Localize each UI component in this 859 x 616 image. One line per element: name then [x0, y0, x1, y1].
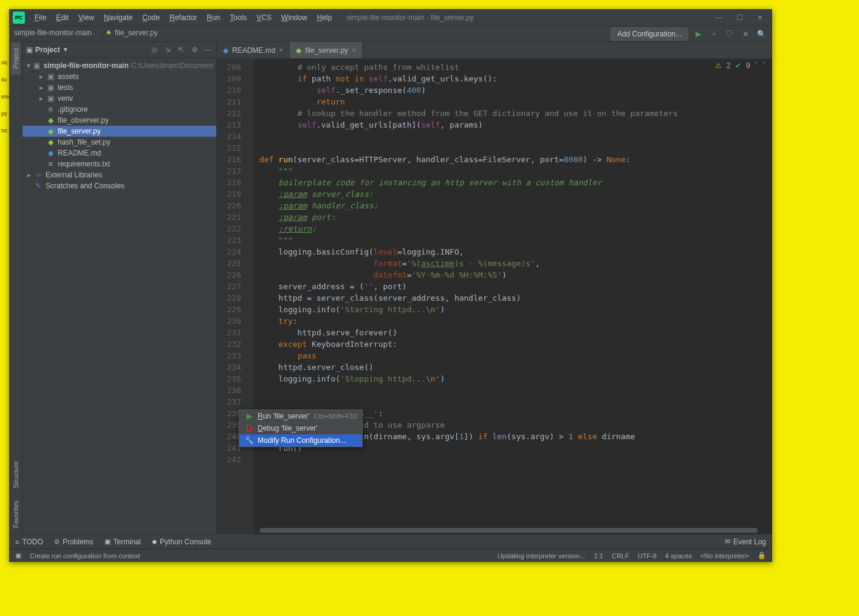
menu-window[interactable]: Window: [276, 11, 312, 24]
terminal-icon: ▣: [104, 538, 111, 546]
project-scope-arrow-icon[interactable]: ▼: [63, 46, 69, 53]
tree-item-label: venv: [58, 94, 73, 103]
modify-run-config-item[interactable]: 🔧 Modify Run Configuration...: [239, 434, 362, 447]
fold-gutter: [246, 59, 253, 534]
menu-view[interactable]: View: [74, 11, 99, 24]
code-area[interactable]: # only accept paths from whitelist if pa…: [253, 59, 772, 534]
menu-code[interactable]: Code: [137, 11, 165, 24]
debug-item-label: Debug 'file_server': [258, 424, 318, 433]
expand-icon[interactable]: ▾: [25, 61, 32, 70]
tree-root[interactable]: ▾ ▣ simple-file-monitor-main C:\Users\br…: [22, 60, 216, 71]
close-tab-icon[interactable]: ×: [352, 46, 356, 55]
py-icon: ◆: [46, 116, 55, 125]
folder-icon: ▣: [46, 83, 55, 92]
terminal-tab[interactable]: ▣Terminal: [104, 538, 141, 546]
wrench-icon: 🔧: [244, 436, 254, 445]
debug-file-server-item[interactable]: 🐞 Debug 'file_server': [239, 422, 362, 434]
structure-tool-tab[interactable]: Structure: [11, 455, 21, 495]
expand-icon[interactable]: ▸: [25, 171, 33, 179]
folder-icon: ▣: [46, 94, 55, 103]
tree-item-venv[interactable]: ▸▣venv: [22, 93, 216, 104]
menu-edit[interactable]: Edit: [51, 11, 74, 24]
tree-item-hash_file_set-py[interactable]: ◆hash_file_set.py: [22, 137, 216, 148]
menu-tools[interactable]: Tools: [225, 11, 252, 24]
project-tree[interactable]: ▾ ▣ simple-file-monitor-main C:\Users\br…: [22, 58, 216, 534]
tree-root-path: C:\Users\bram\Documents\s: [131, 61, 213, 70]
horizontal-scrollbar[interactable]: [259, 528, 764, 534]
project-panel-title: Project: [35, 46, 60, 54]
editor-tab-README-md[interactable]: ◆README.md×: [217, 42, 290, 58]
debug-icon[interactable]: ⌖: [708, 28, 720, 40]
project-tool-tab[interactable]: Project: [11, 42, 21, 75]
stop-icon[interactable]: ■: [739, 28, 751, 40]
tree-item-label: tests: [58, 83, 73, 92]
coverage-icon[interactable]: ⛉: [724, 28, 736, 40]
status-interpreter[interactable]: <No interpreter>: [700, 552, 749, 560]
settings-gear-icon[interactable]: ⚙: [190, 46, 199, 54]
favorites-tool-tab[interactable]: Favorites: [11, 495, 21, 534]
scratches-icon: ✎: [33, 182, 43, 190]
breadcrumb-project[interactable]: simple-file-monitor-main: [14, 29, 92, 39]
tree-item-assets[interactable]: ▸▣assets: [22, 71, 216, 82]
tree-item-tests[interactable]: ▸▣tests: [22, 82, 216, 93]
python-console-tab[interactable]: ◆Python Console: [152, 538, 211, 546]
ide-body: Project Structure Favorites ▣ Project ▼ …: [9, 42, 772, 534]
tree-item-file_observer-py[interactable]: ◆file_observer.py: [22, 115, 216, 126]
run-context-menu: ▶ Run 'file_server' Ctrl+Shift+F10 🐞 Deb…: [239, 409, 363, 447]
breadcrumb[interactable]: simple-file-monitor-main 〉 ◆ file_server…: [14, 29, 158, 39]
todo-tab[interactable]: ≡TODO: [15, 538, 43, 546]
menu-refactor[interactable]: Refactor: [165, 11, 202, 24]
close-tab-icon[interactable]: ×: [279, 46, 283, 55]
status-tip: Create run configuration from context: [30, 552, 140, 560]
terminal-label: Terminal: [114, 538, 141, 546]
select-opened-file-icon[interactable]: ◎: [149, 46, 159, 54]
expand-icon[interactable]: ▸: [37, 94, 46, 103]
tree-item--gitignore[interactable]: ≡.gitignore: [22, 104, 216, 115]
menu-navigate[interactable]: Navigate: [99, 11, 137, 24]
menu-run[interactable]: Run: [202, 11, 225, 24]
status-pad-icon[interactable]: 🔒: [758, 552, 766, 560]
external-libraries-label: External Libraries: [46, 171, 102, 179]
editor-viewport[interactable]: 208 209 210 211 212 213 214 215 216 217 …: [217, 59, 772, 534]
minimize-icon[interactable]: —: [710, 12, 727, 24]
tree-item-label: .gitignore: [58, 105, 87, 114]
txt-icon: ≡: [46, 105, 55, 114]
menu-help[interactable]: Help: [312, 11, 337, 24]
status-linesep[interactable]: CRLF: [612, 552, 629, 560]
editor-tab-file_server-py[interactable]: ◆file_server.py×: [290, 42, 363, 58]
search-icon[interactable]: 🔍: [755, 28, 767, 40]
problems-tab[interactable]: ⊘Problems: [54, 538, 94, 546]
python-console-icon: ◆: [152, 538, 157, 546]
run-icon[interactable]: ▶: [692, 28, 704, 40]
tree-item-file_server-py[interactable]: ◆file_server.py: [22, 126, 216, 137]
run-file-server-item[interactable]: ▶ Run 'file_server' Ctrl+Shift+F10: [239, 410, 362, 422]
tree-item-README-md[interactable]: ◆README.md: [22, 148, 216, 159]
bottom-tool-tabs: ≡TODO ⊘Problems ▣Terminal ◆Python Consol…: [9, 534, 772, 549]
breadcrumb-file[interactable]: file_server.py: [115, 29, 158, 39]
menubar: PC FileEditViewNavigateCodeRefactorRunTo…: [9, 9, 772, 26]
folder-icon: ▣: [46, 72, 55, 81]
close-icon[interactable]: ✕: [751, 12, 768, 24]
menu-file[interactable]: File: [30, 11, 51, 24]
expand-all-icon[interactable]: ⇲: [163, 46, 173, 54]
pyconsole-label: Python Console: [160, 538, 211, 546]
status-indent[interactable]: 4 spaces: [665, 552, 692, 560]
external-libraries[interactable]: ▸ ⎓ External Libraries: [22, 169, 216, 180]
hide-panel-icon[interactable]: —: [203, 46, 213, 54]
event-log-tab[interactable]: ✉Event Log: [725, 538, 766, 546]
project-panel-header: ▣ Project ▼ ◎ ⇲ ⇱ ⚙ —: [22, 42, 216, 58]
status-encoding[interactable]: UTF-8: [638, 552, 657, 560]
tree-item-requirements-txt[interactable]: ≡requirements.txt: [22, 159, 216, 169]
add-configuration-button[interactable]: Add Configuration...: [611, 27, 688, 41]
py-icon: ◆: [46, 138, 55, 146]
scratches-consoles[interactable]: ✎ Scratches and Consoles: [22, 180, 216, 191]
menu-vcs[interactable]: VCS: [252, 11, 276, 24]
status-tool-icon[interactable]: ▣: [15, 552, 21, 560]
maximize-icon[interactable]: ☐: [731, 12, 748, 24]
window-controls: — ☐ ✕: [710, 12, 768, 24]
status-linecol[interactable]: 1:1: [594, 552, 603, 560]
expand-icon[interactable]: ▸: [37, 72, 46, 81]
collapse-all-icon[interactable]: ⇱: [176, 46, 186, 54]
bug-icon: 🐞: [244, 424, 254, 433]
expand-icon[interactable]: ▸: [37, 83, 46, 92]
